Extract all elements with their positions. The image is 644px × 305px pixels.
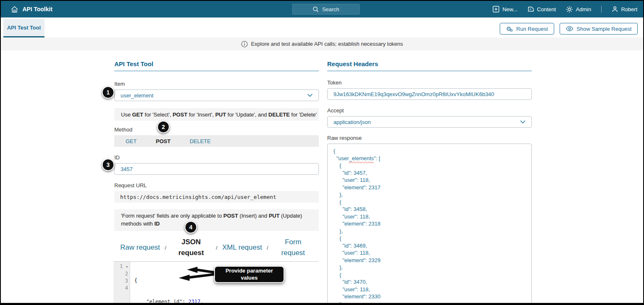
id-label: ID: [114, 154, 319, 161]
new-button[interactable]: New...: [493, 6, 517, 12]
tab-form-request[interactable]: Form request: [273, 237, 313, 259]
method-label: Method: [114, 126, 319, 133]
tab-json-request[interactable]: JSON request: [171, 237, 211, 259]
eye-icon: [566, 26, 573, 31]
raw-response-label: Raw response: [327, 135, 532, 141]
nav-divider: [601, 6, 602, 12]
tab-api-test-tool[interactable]: API Test Tool: [3, 19, 44, 37]
request-url-label: Request URL: [114, 182, 319, 188]
accept-label: Accept: [327, 107, 532, 114]
gears-icon: ⚙⚙: [506, 25, 513, 32]
method-post[interactable]: POST: [156, 138, 170, 144]
show-sample-request-button[interactable]: Show Sample Request: [560, 23, 638, 35]
tab-row: API Test Tool ⚙⚙ Run Request Show Sample…: [1, 17, 643, 37]
form-request-note: 'Form request' fields are only applicabl…: [114, 209, 319, 231]
info-bar: Explore and test available API calls; es…: [1, 37, 643, 50]
app-window: API Toolkit Search New... Content: [1, 1, 643, 303]
provide-parameter-values-callout: Provide parameter values: [214, 266, 284, 283]
content-button[interactable]: Content: [528, 6, 556, 12]
raw-response-box[interactable]: { "user_elements": [ { "id": 3457, "user…: [327, 144, 532, 303]
request-headers-panel: Request Headers Token Accept application…: [327, 60, 532, 303]
code-line: "element_id": 2317,: [134, 298, 319, 303]
step-badge-2: 2: [157, 121, 170, 133]
accept-select-value: application/json: [333, 119, 371, 125]
api-test-tool-panel: API Test Tool Item user_element Use GET …: [114, 60, 319, 258]
run-request-button[interactable]: ⚙⚙ Run Request: [500, 23, 554, 35]
step-badge-1: 1: [102, 86, 114, 99]
method-help-text: Use GET for 'Select', POST for 'Insert',…: [114, 108, 319, 121]
home-icon[interactable]: [11, 6, 18, 13]
annotation-arrows: [178, 266, 216, 281]
user-menu[interactable]: Robert: [612, 6, 637, 12]
top-nav: API Toolkit Search New... Content: [1, 1, 643, 17]
chevron-down-icon: [520, 120, 526, 124]
right-panel-heading: Request Headers: [327, 60, 532, 71]
admin-button[interactable]: Admin: [566, 6, 591, 13]
token-input[interactable]: [327, 88, 532, 100]
app-title: API Toolkit: [22, 6, 52, 12]
id-input[interactable]: [114, 163, 319, 175]
step-badge-3: 3: [102, 159, 114, 171]
item-select-value: user_element: [121, 92, 153, 99]
info-icon: [241, 41, 248, 47]
fold-arrow-icon[interactable]: ▾: [126, 265, 128, 269]
search-input[interactable]: Search: [292, 4, 360, 15]
method-get[interactable]: GET: [126, 138, 137, 144]
tab-xml-request[interactable]: XML request: [222, 242, 262, 253]
request-url-value: https://docs.metricinsights.com/api/user…: [114, 191, 319, 203]
left-panel-heading: API Test Tool: [114, 60, 319, 71]
raw-response-text: { "user_elements": [ { "id": 3457, "user…: [328, 144, 531, 303]
chevron-down-icon: [307, 94, 313, 97]
tab-raw-request[interactable]: Raw request: [120, 242, 160, 253]
plus-square-icon: [493, 6, 499, 12]
token-label: Token: [327, 79, 532, 86]
document-icon: [528, 6, 534, 12]
search-icon: [313, 6, 319, 12]
search-placeholder: Search: [322, 6, 339, 12]
method-tabs: GET POST DELETE: [114, 135, 319, 147]
editor-gutter: 1 ▾ 2 3 4: [114, 262, 130, 303]
item-label: Item: [114, 81, 319, 87]
method-delete[interactable]: DELETE: [190, 138, 211, 144]
gear-icon: [566, 6, 573, 13]
accept-select[interactable]: application/json: [327, 116, 532, 128]
item-select[interactable]: user_element: [114, 89, 319, 101]
person-icon: [612, 6, 618, 12]
request-format-tabs: Raw request / JSON request / XML request…: [114, 237, 319, 259]
step-badge-4: 4: [185, 221, 197, 233]
info-text: Explore and test available API calls; es…: [251, 41, 403, 47]
